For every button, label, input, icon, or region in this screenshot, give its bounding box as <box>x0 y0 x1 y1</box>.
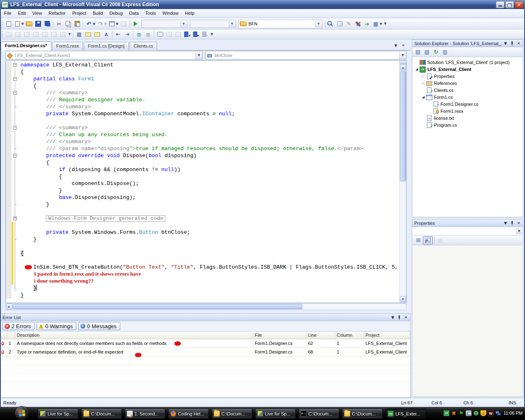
code-line[interactable]: − /// <summary> <box>6 89 399 96</box>
code-line[interactable]: − protected override void Dispose(bool d… <box>6 152 399 159</box>
menu-project[interactable]: Project <box>69 9 89 18</box>
flag-green-tray-icon[interactable] <box>458 410 464 416</box>
fold-margin[interactable] <box>11 194 18 201</box>
chevron-down-icon[interactable]: ▼ <box>399 51 406 59</box>
code-line[interactable] <box>6 208 399 215</box>
fold-margin[interactable]: − <box>11 124 18 131</box>
minimize-button[interactable] <box>496 1 504 8</box>
word-completion-button[interactable] <box>102 30 111 39</box>
network-tray-icon[interactable] <box>495 410 501 416</box>
collapsed-region-box[interactable]: Windows Form Designer generated code <box>46 215 165 222</box>
code-line[interactable]: /// <param name="disposing">true if mana… <box>6 145 399 152</box>
tree-item-properties[interactable]: Properties <box>413 73 523 80</box>
fold-margin[interactable] <box>11 82 18 89</box>
code-line[interactable]: i done something wrong?? <box>6 278 399 285</box>
error-row[interactable]: 2Type or namespace definition, or end-of… <box>0 348 410 356</box>
tree-item-references[interactable]: References <box>413 80 523 87</box>
bookmark-prev-button[interactable] <box>183 30 192 39</box>
menu-window[interactable]: Window <box>159 9 182 18</box>
column-header-Line[interactable]: Line <box>306 332 335 339</box>
chevron-down-icon[interactable]: ▼ <box>180 21 187 27</box>
paste-button[interactable] <box>73 19 82 28</box>
taskbar-button-1-second-[interactable]: 1. Second... <box>125 409 165 419</box>
chevron-down-icon[interactable]: ▼ <box>516 228 522 234</box>
close-document-icon[interactable]: ✕ <box>400 43 406 49</box>
close-panel-icon[interactable]: ✕ <box>516 41 522 46</box>
menu-edit[interactable]: Edit <box>15 9 29 18</box>
code-line[interactable]: /// </summary> <box>6 103 399 110</box>
code-line[interactable]: { <box>6 173 399 180</box>
code-line[interactable]: if (disposing && (components != null)) <box>6 166 399 173</box>
menu-refactor[interactable]: Refactor <box>45 9 69 18</box>
scroll-right-icon[interactable]: ▶ <box>6 304 12 310</box>
object-combo[interactable]: ▼ <box>413 227 523 235</box>
comment-lines-button[interactable] <box>135 30 144 39</box>
toolbar-overflow-icon[interactable]: ▼ <box>383 19 388 28</box>
code-line[interactable]: components.Dispose(); <box>6 180 399 187</box>
find-in-files-button[interactable] <box>326 19 336 28</box>
tab-form1-designer-cs-[interactable]: Form1.Designer.cs* <box>1 41 51 50</box>
alert-orange-tray-icon[interactable] <box>451 410 457 416</box>
auto-hide-pin-icon[interactable] <box>396 315 402 320</box>
view-diagram-button[interactable] <box>441 48 450 56</box>
find-combo[interactable]: BFN▼ <box>238 20 322 28</box>
categorized-button[interactable] <box>414 236 423 244</box>
code-line[interactable]: /// Clean up any resources being used. <box>6 131 399 138</box>
menu-debug[interactable]: Debug <box>106 9 126 18</box>
fold-margin[interactable] <box>11 187 18 194</box>
chevron-down-icon[interactable]: ▼ <box>315 21 322 27</box>
code-line[interactable]: { <box>6 82 399 89</box>
filter-errors-button[interactable]: 2 Errors <box>2 322 34 330</box>
tree-item-form1-cs[interactable]: Form1.cs <box>413 94 523 100</box>
fold-margin[interactable] <box>11 159 18 166</box>
fold-margin[interactable] <box>11 117 18 124</box>
increase-indent-button[interactable] <box>123 30 132 39</box>
quick-info-button[interactable] <box>93 30 102 39</box>
types-combo[interactable]: LFS_External_Client.Form1 ▼ <box>5 51 203 59</box>
code-editor[interactable]: −namespace LFS_External_Client{− partial… <box>5 60 406 303</box>
code-line[interactable]: } <box>6 201 399 208</box>
menu-view[interactable]: View <box>29 9 46 18</box>
undo-button[interactable]: ▼ <box>84 19 96 28</box>
auto-hide-pin-icon[interactable] <box>509 41 515 46</box>
tree-item-program-cs[interactable]: Program.cs <box>413 121 523 128</box>
fold-toggle-icon[interactable]: − <box>13 154 17 158</box>
auto-hide-pin-icon[interactable] <box>509 220 515 226</box>
menu-file[interactable]: File <box>1 9 15 18</box>
fold-toggle-icon[interactable]: − <box>13 63 17 67</box>
fold-toggle-icon[interactable]: − <box>13 77 17 81</box>
code-line[interactable]: { <box>6 250 399 257</box>
code-line[interactable]: + Windows Form Designer generated code <box>6 215 399 222</box>
properties-window-button[interactable] <box>336 19 345 28</box>
fold-margin[interactable] <box>11 166 18 173</box>
code-line[interactable]: } <box>6 236 399 243</box>
fold-margin[interactable] <box>11 103 18 110</box>
menu-tools[interactable]: Tools <box>142 9 159 18</box>
properties-grid[interactable] <box>413 246 523 396</box>
shield-tray-icon[interactable] <box>480 410 486 416</box>
members-combo[interactable]: btnClose ▼ <box>205 51 406 59</box>
se-properties-button[interactable] <box>413 48 422 56</box>
code-line[interactable]: private System.Windows.Forms.Button btnC… <box>6 229 399 236</box>
fold-margin[interactable] <box>11 180 18 187</box>
column-header-icon[interactable] <box>0 332 7 339</box>
fold-margin[interactable] <box>11 173 18 180</box>
code-line[interactable]: { <box>6 159 399 166</box>
window-position-icon[interactable]: ▼ <box>502 220 509 226</box>
show-all-button[interactable] <box>422 48 431 56</box>
uncomment-lines-button[interactable] <box>144 30 153 39</box>
member-list-button[interactable]: ▼ <box>372 19 383 28</box>
save-button[interactable] <box>34 19 43 28</box>
fold-margin[interactable] <box>11 208 18 215</box>
fold-margin[interactable] <box>11 145 18 152</box>
start-debug-button[interactable] <box>131 19 140 28</box>
cut-button[interactable] <box>55 19 64 28</box>
fold-margin[interactable]: − <box>11 152 18 159</box>
column-header-icon[interactable] <box>7 332 15 339</box>
add-new-item-button[interactable]: ▼ <box>13 19 25 28</box>
code-line[interactable] <box>6 243 399 250</box>
code-line[interactable]: } <box>6 187 399 194</box>
taskbar-button-c-docum-[interactable]: C:\Docum... <box>342 409 383 419</box>
csharp-tray-icon[interactable] <box>443 410 450 416</box>
taskbar-button-live-for-sp-[interactable]: Live for Sp... <box>255 409 296 419</box>
